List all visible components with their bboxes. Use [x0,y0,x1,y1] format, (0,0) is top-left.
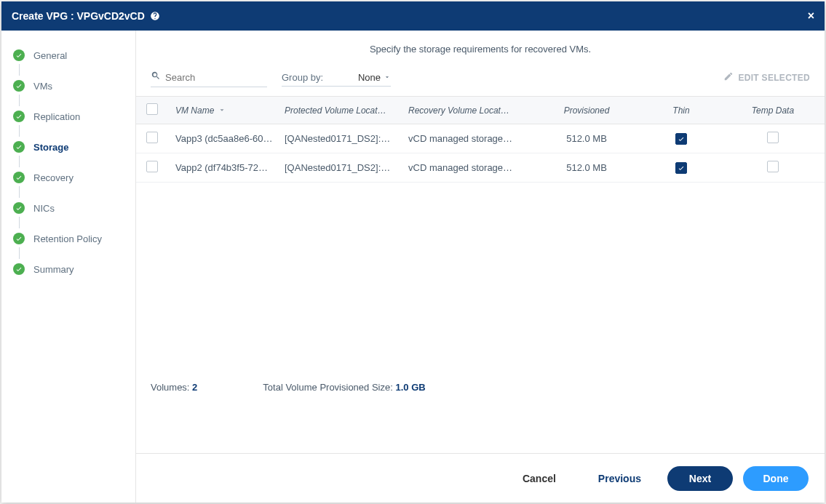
previous-button[interactable]: Previous [582,466,657,491]
step-replication[interactable]: Replication [1,106,135,127]
cancel-button[interactable]: Cancel [507,466,572,491]
cell-protected: [QANested0171_DS2]:V… [277,162,401,173]
groupby-label: Group by: [282,72,323,83]
table-header: VM Name Protected Volume Locat… Recovery… [136,97,825,124]
step-label: VMs [33,81,52,92]
col-protected[interactable]: Protected Volume Locat… [277,105,401,116]
volumes-label: Volumes: [151,382,189,393]
cell-recovery: vCD managed storage… [401,133,532,144]
create-vpg-modal: Create VPG : VPGvCD2vCD × General VMs Re… [1,1,825,503]
step-vms[interactable]: VMs [1,76,135,96]
row-checkbox[interactable] [146,161,158,172]
done-button[interactable]: Done [743,466,809,491]
col-tempdata[interactable]: Temp Data [721,105,825,116]
table-row[interactable]: Vapp2 (df74b3f5-72… [QANested0171_DS2]:V… [136,153,825,183]
check-icon [13,263,25,275]
help-icon[interactable] [149,10,161,22]
thin-checkbox[interactable] [675,133,687,145]
wizard-sidebar: General VMs Replication Storage Recovery [1,31,136,503]
cell-recovery: vCD managed storage… [401,162,532,173]
tempdata-checkbox[interactable] [767,161,779,172]
footer: Cancel Previous Next Done [136,453,825,503]
storage-table: VM Name Protected Volume Locat… Recovery… [136,96,825,183]
table-row[interactable]: Vapp3 (dc5aa8e6-60… [QANested0171_DS2]:V… [136,124,825,153]
modal-header: Create VPG : VPGvCD2vCD × [1,1,825,31]
search-input-wrap[interactable] [151,68,267,87]
cell-provisioned: 512.0 MB [532,133,641,144]
check-icon [13,80,25,92]
groupby-value: None [358,72,381,83]
step-label: Retention Policy [33,233,102,244]
thin-checkbox[interactable] [675,162,687,174]
col-thin[interactable]: Thin [641,105,721,116]
step-label: General [33,50,67,61]
col-vmname[interactable]: VM Name [168,105,277,116]
edit-selected-button[interactable]: EDIT SELECTED [723,71,810,84]
cell-vmname: Vapp3 (dc5aa8e6-60… [168,133,277,144]
step-label: Summary [33,264,74,275]
check-icon [13,202,25,214]
step-retention-policy[interactable]: Retention Policy [1,228,135,249]
check-icon [13,111,25,122]
check-icon [13,49,25,61]
check-icon [13,233,25,244]
step-label: Storage [33,142,68,153]
step-label: Replication [33,111,80,122]
col-provisioned[interactable]: Provisioned [532,105,641,116]
step-recovery[interactable]: Recovery [1,167,135,188]
step-general[interactable]: General [1,45,135,65]
cell-vmname: Vapp2 (df74b3f5-72… [168,162,277,173]
page-description: Specify the storage requirements for rec… [136,31,825,62]
check-icon [13,172,25,183]
select-all-checkbox[interactable] [146,103,158,115]
step-storage[interactable]: Storage [1,137,135,157]
step-label: Recovery [33,172,74,183]
step-nics[interactable]: NICs [1,198,135,218]
edit-icon [723,71,734,84]
modal-title: Create VPG : VPGvCD2vCD [12,10,145,22]
totalsize-value: 1.0 GB [395,382,425,393]
close-icon[interactable]: × [808,9,814,23]
search-icon [151,71,161,84]
step-summary[interactable]: Summary [1,259,135,279]
check-icon [13,141,25,153]
step-label: NICs [33,203,55,214]
search-input[interactable] [165,72,267,83]
sort-down-icon [218,105,226,116]
edit-selected-label: EDIT SELECTED [738,73,810,83]
summary-bar: Volumes: 2 Total Volume Provisioned Size… [136,372,825,403]
caret-down-icon [384,72,391,83]
col-recovery[interactable]: Recovery Volume Locat… [401,105,532,116]
next-button[interactable]: Next [667,466,733,491]
volumes-value: 2 [192,382,197,393]
cell-protected: [QANested0171_DS2]:V… [277,133,401,144]
row-checkbox[interactable] [146,132,158,143]
totalsize-label: Total Volume Provisioned Size: [263,382,392,393]
tempdata-checkbox[interactable] [767,132,779,143]
groupby-select[interactable]: Group by: None [282,69,391,87]
cell-provisioned: 512.0 MB [532,162,641,173]
